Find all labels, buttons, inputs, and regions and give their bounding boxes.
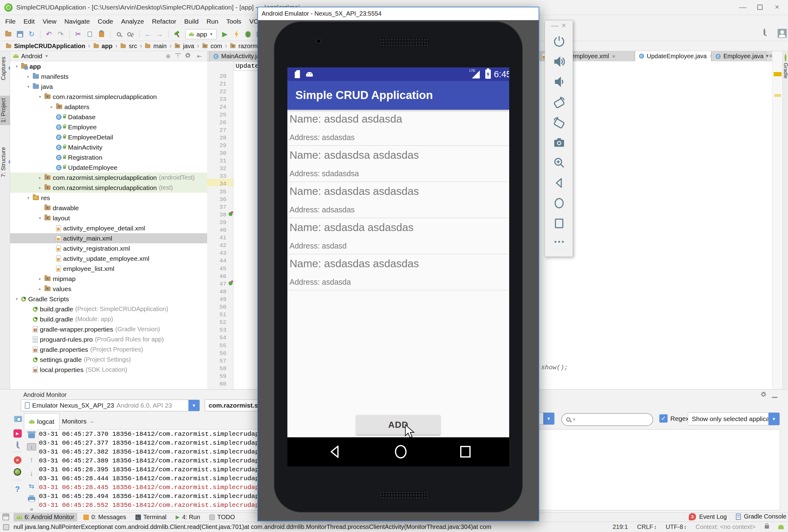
list-item[interactable]: Name: asdasdas asdasdasAddress: adsasdas [288,182,509,218]
tree-arrow-icon[interactable]: ▾ [26,196,31,200]
home-icon[interactable] [552,196,566,210]
minimize-button[interactable]: — [734,0,751,14]
tree-item-updateemployee[interactable]: UpdateEmployee [10,162,207,173]
editor-error-stripe[interactable] [772,51,783,389]
tree-item-activity-update-employee-xml[interactable]: activity_update_employee.xml [10,253,207,263]
overview-icon[interactable] [552,217,566,230]
toolwindow-button-6-android-monitor[interactable]: 6: Android Monitor [14,513,77,521]
rotate-right-icon[interactable] [552,116,566,129]
hide-panel-icon[interactable]: ⇤ [195,53,204,60]
terminate-app-icon[interactable]: × [14,456,21,464]
tree-arrow-icon[interactable]: ▾ [38,216,42,220]
tree-item-layout[interactable]: ▾layout [10,213,207,223]
collapse-all-icon[interactable]: ↑ [175,53,181,59]
build-hammer-icon[interactable] [172,29,182,40]
menu-item-code[interactable]: Code [94,15,117,27]
tab-logcat[interactable]: logcat [24,413,59,429]
menu-item-view[interactable]: View [39,15,60,27]
event-log-button[interactable]: 3 Event Log [689,513,727,520]
gradle-console-button[interactable]: Gradle Console [736,513,786,520]
breadcrumb-item-java[interactable]: java [174,43,194,50]
sidebar-item-1-project[interactable]: 1: Project [0,96,10,125]
gear-icon[interactable] [761,391,767,399]
scroll-to-end-icon[interactable]: ↓ [27,443,36,451]
tree-item-mainactivity[interactable]: MainActivity [10,142,207,152]
tree-item-database[interactable]: Database [10,112,207,122]
tab-updateemployee-java[interactable]: UpdateEmployee.java × [635,51,711,61]
tree-arrow-icon[interactable]: ▸ [38,287,42,291]
tree-item-employee-list-xml[interactable]: employee_list.xml [10,263,207,274]
menu-item-file[interactable]: File [1,15,20,27]
breadcrumb-item-app[interactable]: app [93,43,113,50]
replace-icon[interactable]: A [125,29,136,40]
menu-item-navigate[interactable]: Navigate [60,15,94,27]
nav-overview-icon[interactable] [458,445,472,459]
menu-item-run[interactable]: Run [202,15,222,27]
nav-home-icon[interactable] [394,445,408,459]
tree-item-java[interactable]: ▾java [10,81,207,92]
list-item[interactable]: Name: asdasda asdasdasAddress: asdasd [288,218,509,254]
tree-item-app[interactable]: ▾app [10,61,207,72]
toolwindow-button-terminal[interactable]: ›_Terminal [132,513,170,521]
gear-icon[interactable] [183,53,192,60]
tree-item-mipmap[interactable]: ▸mipmap [10,274,207,284]
tree-arrow-icon[interactable]: ▾ [26,84,31,89]
tree-item-drawable[interactable]: drawable [10,203,207,213]
sidebar-item-7-structure[interactable]: 7: Structure [0,145,10,180]
tree-arrow-icon[interactable]: ▸ [38,276,42,281]
tree-item-adapters[interactable]: ▸adapters [10,102,207,112]
list-item[interactable]: Name: asdasdsa asdasdasAddress: sdadasds… [288,146,509,182]
tree-item-gradle-scripts[interactable]: ▾Gradle Scripts [10,294,207,304]
more-actions-icon[interactable]: » [30,506,33,512]
tree-item-com-razormist-simplecrudapplication-test[interactable]: ▸com.razormist.simplecrudapplication(tes… [10,183,207,193]
run-configuration-select[interactable]: app ▼ [185,29,217,39]
tree-arrow-icon[interactable]: ▾ [14,64,19,68]
tree-item-settings-gradle-project-settings[interactable]: settings.gradle(Project Settings) [10,355,207,365]
regex-checkbox[interactable]: ✓ [659,414,668,422]
logcat-filter-select[interactable]: Show only selected application ▼ [688,413,780,425]
soft-wrap-icon[interactable]: ⇆ [29,482,34,490]
tree-item-employee[interactable]: Employee [10,122,207,132]
add-button[interactable]: ADD [356,415,440,435]
logcat-search-input[interactable]: ▼ [561,413,653,426]
help-icon[interactable]: ? [15,485,20,494]
caret-position[interactable]: 219:1 [613,524,628,530]
paste-icon[interactable] [96,29,106,40]
tree-item-values[interactable]: ▸values [10,284,207,294]
tree-item-activity-main-xml[interactable]: activity_main.xml [10,233,207,243]
toggle-toolwindows-icon[interactable] [3,524,9,530]
system-info-icon[interactable] [14,468,21,476]
lock-icon[interactable] [765,525,769,529]
tree-item-build-gradle-project-simplecrudapplication[interactable]: build.gradle(Project: SimpleCRUDApplicat… [10,304,207,314]
tree-arrow-icon[interactable]: ▸ [38,175,42,180]
tab-monitors[interactable]: Monitors → [57,413,99,429]
list-item[interactable]: Name: asdasdas asdasdasAddress: asdasda [288,254,509,291]
sidebar-item-gradle[interactable]: Gradle [783,55,788,78]
tree-item-build-gradle-module-app[interactable]: build.gradle(Module: app) [10,314,207,324]
tool-window-switcher-icon[interactable] [2,514,9,520]
sidebar-item-captures[interactable]: Captures [0,54,10,83]
print-icon[interactable] [28,497,35,501]
close-icon[interactable]: × [562,21,566,30]
toolwindow-button-4-run[interactable]: ▶4: Run [173,513,203,521]
emulator-titlebar[interactable]: Android Emulator - Nexus_5X_API_23:5554 [258,7,538,20]
maximize-button[interactable] [751,0,768,14]
volume-up-icon[interactable] [552,55,566,68]
minimize-icon[interactable]: — [551,21,558,30]
back-icon[interactable]: ← [143,29,153,40]
menu-item-analyze[interactable]: Analyze [117,15,148,27]
tree-arrow-icon[interactable]: ▾ [38,94,42,99]
tree-item-local-properties-sdk-location[interactable]: local.properties(SDK Location) [10,365,207,375]
run-gutter-icon[interactable] [229,212,233,216]
run-gutter-icon[interactable] [229,281,233,285]
menu-item-build[interactable]: Build [180,15,202,27]
tree-item-gradle-wrapper-properties-gradle-version[interactable]: gradle-wrapper.properties(Gradle Version… [10,324,207,334]
tree-item-activity-registration-xml[interactable]: activity_registration.xml [10,243,207,253]
volume-down-icon[interactable] [552,75,566,88]
locate-file-icon[interactable]: ⊕ [164,53,173,60]
project-view-selector[interactable]: Android [21,53,42,60]
minimize-panel-icon[interactable]: ▁ [772,390,777,398]
zoom-icon[interactable] [552,156,566,170]
undo-icon[interactable]: ↶ [44,29,54,40]
toolwindow-button-0-messages[interactable]: 0: Messages [80,513,129,521]
